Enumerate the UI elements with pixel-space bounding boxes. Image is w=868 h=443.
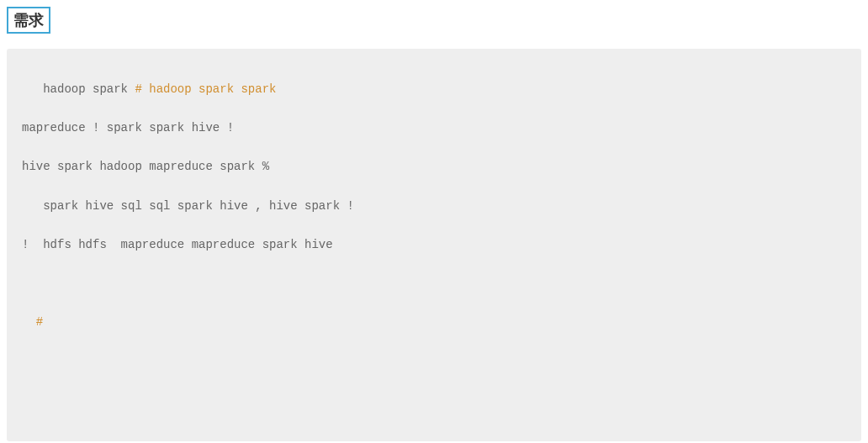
code-text: mapreduce ! spark spark hive ! bbox=[22, 121, 234, 134]
code-line: ! hdfs hdfs mapreduce mapreduce spark hi… bbox=[12, 235, 856, 255]
code-text: ! hdfs hdfs mapreduce mapreduce spark hi… bbox=[22, 238, 333, 251]
code-comment: # bbox=[22, 315, 43, 329]
code-line: # bbox=[12, 313, 856, 332]
code-line: hive spark hadoop mapreduce spark % bbox=[12, 157, 856, 177]
code-text: hadoop spark bbox=[22, 82, 135, 96]
code-text: hive spark hadoop mapreduce spark % bbox=[22, 160, 269, 173]
code-text bbox=[22, 393, 29, 407]
code-line bbox=[12, 274, 856, 293]
page-title: 需求 bbox=[7, 7, 50, 34]
code-text bbox=[22, 354, 29, 367]
code-line: spark hive sql sql spark hive , hive spa… bbox=[12, 197, 856, 216]
code-text bbox=[22, 277, 29, 290]
code-text: spark hive sql sql spark hive , hive spa… bbox=[22, 199, 354, 213]
page-title-text: 需求 bbox=[13, 12, 44, 29]
code-line: hadoop spark # hadoop spark spark bbox=[12, 80, 856, 99]
code-block-data: hadoop spark # hadoop spark spark mapred… bbox=[7, 49, 861, 441]
code-line: mapreduce ! spark spark hive ! bbox=[12, 119, 856, 138]
code-line bbox=[12, 391, 856, 410]
code-comment: # hadoop spark spark bbox=[135, 82, 276, 96]
code-line bbox=[12, 351, 856, 371]
